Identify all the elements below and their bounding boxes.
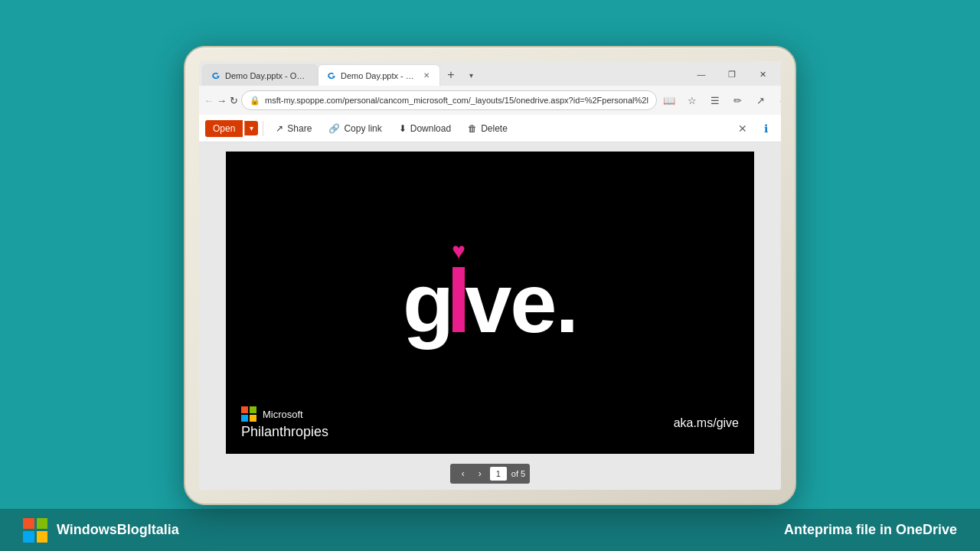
- win-logo-squares: [23, 518, 47, 543]
- copy-link-label: Copy link: [344, 123, 381, 134]
- download-icon: ⬇: [399, 123, 407, 134]
- slide-footer: Microsoft Philanthropies aka.ms/give: [241, 406, 739, 440]
- ms-text-area: Microsoft: [241, 406, 328, 422]
- win-logo-red: [23, 518, 34, 530]
- windows-blog-logo: WindowsBlogItalia: [23, 518, 179, 543]
- browser-window: Demo Day.pptx - OneDrive Demo Day.pptx -…: [199, 61, 781, 490]
- reading-view-icon[interactable]: 📖: [660, 91, 678, 109]
- slide-content: g ♥ ve.: [226, 152, 754, 454]
- blog-name-label: WindowsBlogItalia: [57, 522, 179, 538]
- page-controls: ‹ › 1 of 5: [450, 464, 530, 484]
- win-logo-blue: [23, 531, 34, 543]
- tab-2-close-icon[interactable]: ✕: [421, 70, 432, 80]
- open-button[interactable]: Open: [205, 120, 243, 137]
- refresh-button[interactable]: ↻: [230, 90, 238, 110]
- lock-icon: 🔒: [250, 96, 260, 106]
- give-text-after: ve.: [465, 261, 577, 345]
- delete-button[interactable]: 🗑 Delete: [460, 120, 515, 137]
- slide-container: g ♥ ve.: [226, 152, 754, 454]
- share-icon[interactable]: ↗: [752, 91, 770, 109]
- win-logo-green: [37, 518, 48, 530]
- notes-icon[interactable]: ✏: [729, 91, 747, 109]
- ms-squares: [241, 406, 256, 422]
- bottom-bar: WindowsBlogItalia Anteprima file in OneD…: [0, 509, 980, 551]
- ms-sq-yellow: [250, 415, 256, 422]
- give-text-before: g: [403, 261, 452, 345]
- open-button-label: Open: [213, 123, 235, 134]
- share-button-label: Share: [287, 123, 312, 134]
- give-logo: g ♥ ve.: [403, 261, 577, 345]
- next-page-button[interactable]: ›: [472, 465, 488, 482]
- tablet-frame: Demo Day.pptx - OneDrive Demo Day.pptx -…: [184, 46, 796, 505]
- open-dropdown-button[interactable]: ▾: [244, 121, 258, 135]
- tab-1-label: Demo Day.pptx - OneDrive: [225, 71, 309, 80]
- content-area: g ♥ ve.: [199, 142, 781, 490]
- minimize-button[interactable]: —: [686, 66, 717, 83]
- current-page-number[interactable]: 1: [490, 467, 507, 481]
- browser-tabs-bar: Demo Day.pptx - OneDrive Demo Day.pptx -…: [199, 61, 781, 86]
- onedrive-tab-icon-2: [326, 70, 337, 81]
- prev-page-button[interactable]: ‹: [455, 465, 472, 482]
- address-text: msft-my.spoppe.com/personal/cancom_micro…: [265, 96, 648, 105]
- restore-button[interactable]: ❐: [717, 66, 747, 83]
- more-icon[interactable]: ···: [775, 91, 781, 109]
- hub-icon[interactable]: ☰: [706, 91, 724, 109]
- window-controls: — ❐ ✕: [686, 66, 778, 83]
- page-total: of 5: [511, 469, 525, 478]
- back-button[interactable]: ←: [204, 90, 214, 110]
- favorites-icon[interactable]: ☆: [683, 91, 701, 109]
- browser-tab-2[interactable]: Demo Day.pptx - OneD ✕: [318, 64, 440, 86]
- file-toolbar: Open ▾ ↗ Share 🔗 Copy link ⬇ Download 🗑 …: [199, 115, 781, 142]
- ms-sq-blue: [241, 415, 248, 422]
- toolbar-close-button[interactable]: ✕: [733, 119, 752, 138]
- give-i-bar: [452, 267, 465, 332]
- toolbar-info-button[interactable]: ℹ: [756, 119, 775, 138]
- preview-title-label: Anteprima file in OneDrive: [784, 522, 957, 538]
- ms-logo-area: Microsoft Philanthropies: [241, 406, 328, 440]
- new-tab-button[interactable]: +: [440, 64, 462, 86]
- give-i-container: ♥: [452, 267, 465, 338]
- tabs-dropdown-button[interactable]: ▾: [462, 64, 480, 86]
- download-button[interactable]: ⬇ Download: [391, 120, 459, 137]
- download-label: Download: [410, 123, 451, 134]
- delete-label: Delete: [481, 123, 508, 134]
- tab-2-label: Demo Day.pptx - OneD: [341, 71, 414, 80]
- address-bar[interactable]: 🔒 msft-my.spoppe.com/personal/cancom_mic…: [241, 90, 657, 110]
- heart-icon: ♥: [452, 238, 466, 264]
- win-logo-yellow: [37, 531, 48, 543]
- close-window-button[interactable]: ✕: [747, 66, 778, 83]
- share-icon: ↗: [276, 123, 283, 134]
- ms-sq-green: [250, 406, 256, 413]
- ms-sq-red: [241, 406, 248, 413]
- delete-icon: 🗑: [468, 123, 477, 134]
- onedrive-tab-icon-1: [211, 70, 221, 81]
- nav-right-icons: 📖 ☆ ☰ ✏ ↗ ···: [660, 91, 781, 109]
- share-button[interactable]: ↗ Share: [268, 120, 319, 137]
- browser-tab-1[interactable]: Demo Day.pptx - OneDrive: [202, 64, 318, 86]
- copy-link-icon: 🔗: [328, 123, 340, 134]
- ms-label: Microsoft: [263, 409, 303, 420]
- browser-nav-bar: ← → ↻ 🔒 msft-my.spoppe.com/personal/canc…: [199, 86, 781, 115]
- toolbar-sep-1: [263, 121, 263, 136]
- aka-link: aka.ms/give: [674, 416, 739, 430]
- forward-button[interactable]: →: [217, 90, 227, 110]
- copy-link-button[interactable]: 🔗 Copy link: [321, 120, 389, 137]
- philanthropies-label: Philanthropies: [241, 424, 328, 440]
